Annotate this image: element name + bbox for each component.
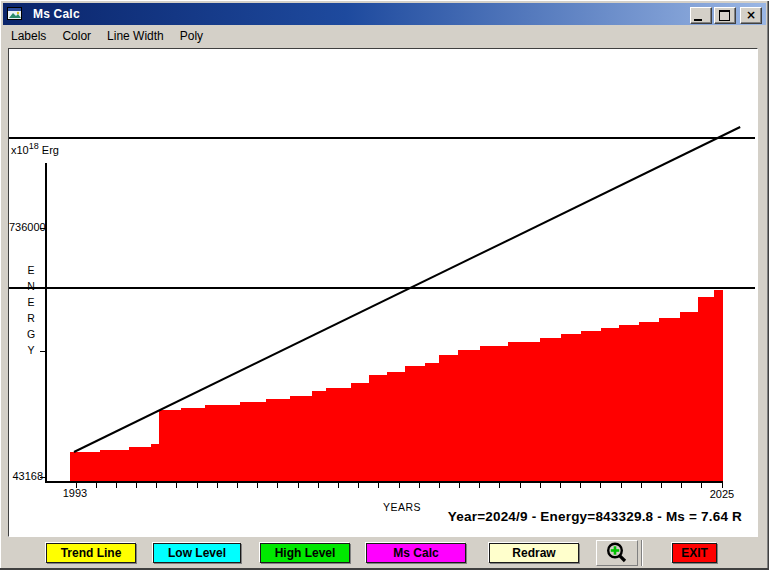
status-readout: Year=2024/9 - Energy=843329.8 - Ms = 7.6… <box>448 509 742 524</box>
high-level-button[interactable]: High Level <box>260 543 350 563</box>
low-level-button[interactable]: Low Level <box>153 543 241 563</box>
maximize-icon <box>719 10 730 21</box>
ms-calc-button[interactable]: Ms Calc <box>366 543 466 563</box>
trend-line-button[interactable]: Trend Line <box>46 543 136 563</box>
menu-item-labels[interactable]: Labels <box>3 27 54 45</box>
chart-canvas[interactable]: x1018 Erg 736000 E N E R G Y 43168 1993 … <box>8 48 758 537</box>
magnifier-plus-icon <box>604 541 630 565</box>
x-axis-title: YEARS <box>383 501 421 513</box>
y-axis-unit-label: x1018 Erg <box>11 141 59 156</box>
energy-plot <box>9 49 755 534</box>
zoom-button[interactable] <box>596 540 638 566</box>
menu-bar: Labels Color Line Width Poly <box>3 25 766 46</box>
toolbar-separator <box>641 540 642 566</box>
exit-button[interactable]: EXIT <box>672 543 717 563</box>
app-icon <box>7 7 23 21</box>
minimize-button[interactable] <box>690 7 712 24</box>
y-tick-label-upper: 736000 <box>9 221 43 233</box>
y-tick-label-lower: 43168 <box>9 470 43 482</box>
close-button[interactable] <box>740 7 762 24</box>
maximize-button[interactable] <box>714 7 736 24</box>
x-tick-label-first: 1993 <box>59 487 91 499</box>
menu-item-poly[interactable]: Poly <box>172 27 211 45</box>
window-title: Ms Calc <box>33 7 80 21</box>
y-axis-title: E N E R G Y <box>24 262 38 358</box>
x-tick-label-last: 2025 <box>706 488 738 500</box>
close-icon <box>741 8 761 23</box>
title-bar[interactable]: Ms Calc <box>3 3 766 25</box>
menu-item-line-width[interactable]: Line Width <box>99 27 172 45</box>
minimize-icon <box>694 19 702 21</box>
redraw-button[interactable]: Redraw <box>489 543 579 563</box>
menu-item-color[interactable]: Color <box>54 27 99 45</box>
ms-calc-window: { "window": { "title": "Ms Calc" }, "men… <box>0 0 769 570</box>
